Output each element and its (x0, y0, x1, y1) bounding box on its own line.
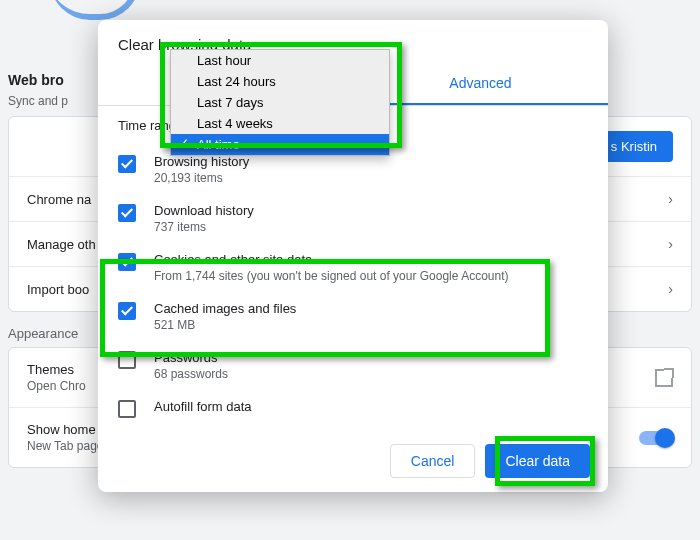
chrome-name-label: Chrome na (27, 192, 91, 207)
clear-item-label: Autofill form data (154, 399, 252, 414)
checkbox[interactable] (118, 253, 136, 271)
checkbox[interactable] (118, 155, 136, 173)
import-bookmarks-label: Import boo (27, 282, 89, 297)
chevron-right-icon: › (668, 281, 673, 297)
clear-item-sub: 521 MB (154, 318, 296, 332)
clear-item-row: Passwords68 passwords (118, 341, 588, 390)
clear-data-button[interactable]: Clear data (485, 444, 590, 478)
checkbox[interactable] (118, 400, 136, 418)
themes-sub: Open Chro (27, 379, 86, 393)
chevron-right-icon: › (668, 236, 673, 252)
clear-item-label: Cached images and files (154, 301, 296, 316)
themes-label: Themes (27, 362, 86, 377)
checkbox[interactable] (118, 351, 136, 369)
clear-item-sub: From 1,744 sites (you won't be signed ou… (154, 269, 509, 283)
clear-item-label: Passwords (154, 350, 228, 365)
clear-item-sub: 737 items (154, 220, 254, 234)
clear-item-row: Download history737 items (118, 194, 588, 243)
chevron-right-icon: › (668, 191, 673, 207)
clear-item-label: Download history (154, 203, 254, 218)
time-range-option[interactable]: Last hour (171, 50, 389, 71)
dialog-footer: Cancel Clear data (98, 430, 608, 492)
time-range-option[interactable]: Last 4 weeks (171, 113, 389, 134)
home-toggle[interactable] (639, 431, 673, 445)
checkbox[interactable] (118, 302, 136, 320)
clear-item-sub: 68 passwords (154, 367, 228, 381)
tab-advanced[interactable]: Advanced (353, 63, 608, 105)
checkbox[interactable] (118, 204, 136, 222)
clear-item-sub: 20,193 items (154, 171, 249, 185)
time-range-option[interactable]: All time (171, 134, 389, 155)
clear-item-row: Autofill form data (118, 390, 588, 427)
clear-items-list: Browsing history20,193 itemsDownload his… (118, 145, 588, 427)
clear-item-row: Cached images and files521 MB (118, 292, 588, 341)
time-range-option[interactable]: Last 7 days (171, 92, 389, 113)
clear-item-label: Browsing history (154, 154, 249, 169)
time-range-option[interactable]: Last 24 hours (171, 71, 389, 92)
time-range-dropdown[interactable]: Last hourLast 24 hoursLast 7 daysLast 4 … (170, 49, 390, 156)
external-link-icon (655, 369, 673, 387)
manage-people-label: Manage oth (27, 237, 96, 252)
clear-item-row: Cookies and other site dataFrom 1,744 si… (118, 243, 588, 292)
clear-item-label: Cookies and other site data (154, 252, 509, 267)
cancel-button[interactable]: Cancel (390, 444, 476, 478)
